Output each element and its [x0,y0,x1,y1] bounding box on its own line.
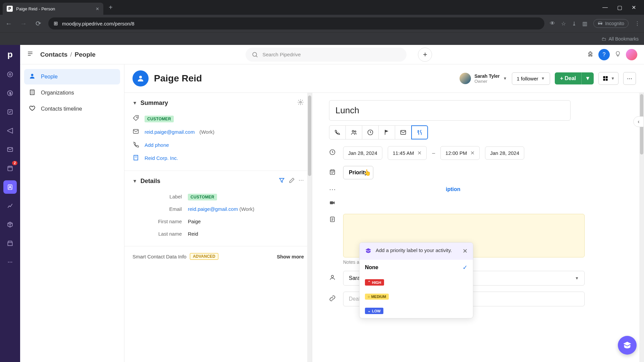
filter-icon[interactable] [278,177,285,185]
svg-point-10 [11,262,12,263]
collapse-panel-button[interactable]: ‹ [633,116,644,127]
extensions-icon[interactable] [587,51,594,59]
owner-selector[interactable]: Sarah Tyler Owner ▼ [460,73,507,84]
more-icon[interactable]: ⋯ [299,177,304,185]
close-icon[interactable]: ✕ [463,247,468,255]
incognito-badge[interactable]: 🕶 Incognito [593,19,629,28]
activity-type-email[interactable] [395,125,412,139]
customer-tag[interactable]: CUSTOMER [145,116,174,122]
nav-reload-icon[interactable]: ⟳ [34,19,43,27]
browser-tab[interactable]: P Paige Reid - Person ✕ [3,3,103,15]
all-bookmarks-link[interactable]: All Bookmarks [609,36,639,42]
svg-rect-15 [603,76,605,78]
nav-forward-icon[interactable]: → [19,20,28,27]
pipedrive-logo[interactable]: p [5,49,15,60]
nav-back-icon[interactable]: ← [4,20,13,27]
breadcrumb-root[interactable]: Contacts [40,51,67,58]
priority-option-none[interactable]: None ✓ [360,260,473,275]
busy-icon [329,169,338,177]
end-time-input[interactable]: 12:00 PM✕ [440,146,480,160]
tab-close-icon[interactable]: ✕ [96,6,99,11]
browser-menu-icon[interactable]: ⋮ [635,20,640,27]
rail-item-marketplace[interactable] [3,237,17,250]
priority-option-low[interactable]: ⌄LOW [360,304,473,318]
person-icon [29,73,36,81]
activity-type-meeting[interactable] [345,125,362,139]
rail-item-more[interactable] [3,255,17,269]
window-minimize-icon[interactable]: — [602,4,608,11]
tab-title: Paige Reid - Person [16,6,55,11]
star-icon[interactable]: ☆ [561,20,566,27]
graduation-icon [365,247,372,255]
rail-item-mail[interactable] [3,143,17,156]
deal-dropdown-button[interactable]: ▼ [581,72,594,84]
description-link[interactable]: iption [446,186,461,192]
sidebar-item-organizations[interactable]: Organizations [24,85,120,101]
rail-item-insights[interactable] [3,199,17,213]
clear-icon[interactable]: ✕ [417,150,422,156]
activity-type-lunch[interactable] [411,125,428,139]
window-close-icon[interactable]: ✕ [632,4,636,11]
start-date-input[interactable]: Jan 28, 2024 [343,146,382,160]
end-date-input[interactable]: Jan 28, 2024 [485,146,524,160]
sidebar-toggle-icon[interactable] [27,50,34,59]
panel-icon[interactable]: ▥ [582,20,587,27]
edit-icon[interactable] [288,177,295,185]
rail-item-products[interactable] [3,218,17,231]
svg-point-24 [355,131,356,132]
help-button[interactable]: ? [598,49,610,60]
rail-item-campaigns[interactable] [3,124,17,137]
email-link[interactable]: reid.paige@gmail.com [145,129,195,135]
priority-button[interactable]: Priority 👆 [343,166,373,179]
dots-icon: ⋯ [329,185,338,193]
org-link[interactable]: Reid Corp. Inc. [145,155,178,161]
collapse-icon[interactable]: ▼ [132,100,137,106]
search-input[interactable]: Search Pipedrive [246,48,407,62]
svg-point-23 [352,130,354,132]
scrollbar[interactable] [639,93,644,362]
rail-item-deals[interactable] [3,86,17,100]
download-icon[interactable]: ⤓ [572,20,576,27]
activity-title-input[interactable]: Lunch [329,100,571,121]
eye-off-icon[interactable]: 👁 [550,20,555,26]
cursor-icon: 👆 [364,169,371,176]
bulb-icon[interactable] [614,51,621,59]
sidebar-item-people[interactable]: People [24,69,120,84]
activity-type-deadline[interactable] [378,125,395,139]
user-icon [329,274,338,283]
rail-item-activities[interactable]: 2 [3,162,17,175]
rail-item-projects[interactable] [3,105,17,119]
check-icon: ✓ [463,264,468,271]
collapse-icon[interactable]: ▼ [132,178,137,184]
breadcrumb-current: People [75,51,96,58]
sidebar-item-timeline[interactable]: Contacts timeline [24,101,120,117]
url-input[interactable]: ⊞ moodjoy.pipedrive.com/person/8 [48,17,544,29]
rail-item-leads[interactable] [3,68,17,81]
followers-button[interactable]: 1 follower ▼ [512,72,550,85]
clear-icon[interactable]: ✕ [470,150,475,156]
start-time-input[interactable]: 11:45 AM✕ [388,146,427,160]
activity-panel: ‹ Lunch Jan 28, 2024 [312,93,644,362]
gear-icon[interactable] [297,99,304,107]
window-maximize-icon[interactable]: ▢ [617,4,622,11]
scrollbar[interactable] [307,93,312,362]
priority-option-medium[interactable]: ○MEDIUM [360,290,473,304]
add-deal-button[interactable]: + Deal [555,72,582,84]
new-tab-button[interactable]: + [106,4,115,11]
rail-item-contacts[interactable] [3,180,17,194]
activity-type-call[interactable] [329,125,346,139]
site-settings-icon[interactable]: ⊞ [54,20,58,26]
priority-option-high[interactable]: ⌃HIGH [360,275,473,290]
quick-add-button[interactable]: + [418,48,432,62]
svg-point-8 [8,262,9,263]
user-avatar[interactable] [626,49,637,60]
show-more-link[interactable]: Show more [277,254,304,259]
activity-type-task[interactable] [362,125,379,139]
popover-hint-text: Add a priority label to your activity. [376,247,459,253]
nav-rail: p 2 [0,45,20,362]
add-phone-link[interactable]: Add phone [145,142,169,148]
help-fab[interactable] [618,336,637,355]
more-actions-button[interactable]: ⋯ [623,72,636,85]
layout-button[interactable]: ▼ [598,72,619,85]
activity-type-selector [329,125,633,139]
